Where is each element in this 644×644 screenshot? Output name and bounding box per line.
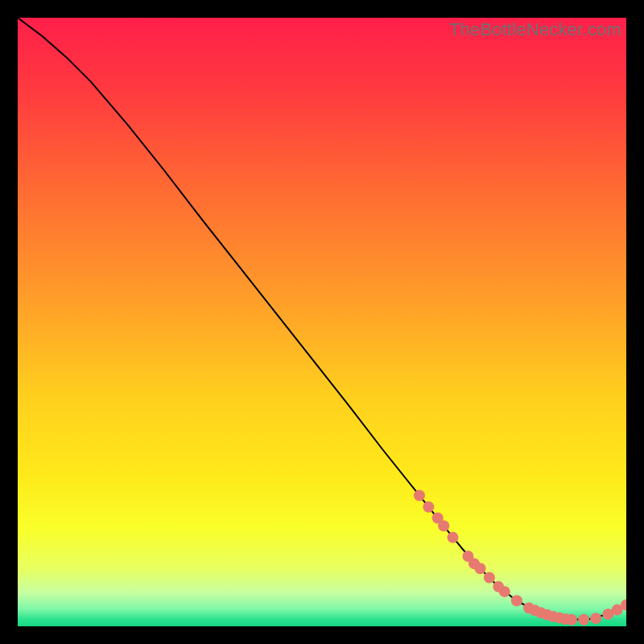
marker-group <box>414 489 626 625</box>
plot-area: TheBottleNecker.com <box>18 18 626 626</box>
bottleneck-curve <box>18 18 626 620</box>
curve-marker <box>414 489 425 501</box>
curve-marker <box>475 563 486 574</box>
curve-marker <box>590 613 601 624</box>
curve-marker <box>438 520 449 531</box>
curve-marker <box>484 572 495 584</box>
curve-marker <box>448 532 459 543</box>
chart-overlay <box>18 18 626 626</box>
curve-marker <box>499 586 510 597</box>
chart-stage: TheBottleNecker.com <box>0 0 644 644</box>
curve-marker <box>423 502 434 513</box>
curve-marker <box>511 595 522 606</box>
curve-marker <box>566 614 577 625</box>
curve-marker <box>578 614 589 625</box>
